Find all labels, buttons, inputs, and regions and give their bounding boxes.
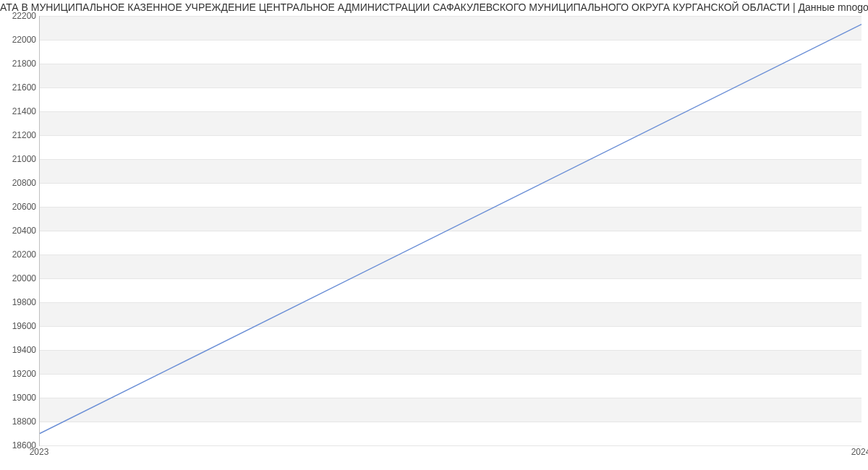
- y-tick-label: 21800: [4, 59, 36, 69]
- y-tick-label: 21400: [4, 106, 36, 116]
- y-tick-label: 22200: [4, 11, 36, 21]
- line-series: [40, 16, 861, 445]
- y-tick-label: 20800: [4, 178, 36, 188]
- y-tick-label: 20400: [4, 226, 36, 236]
- y-tick-label: 19200: [4, 369, 36, 379]
- y-tick-label: 21200: [4, 130, 36, 140]
- y-tick-label: 21000: [4, 154, 36, 164]
- y-tick-label: 20600: [4, 202, 36, 212]
- y-tick-label: 21600: [4, 82, 36, 93]
- y-tick-label: 20000: [4, 273, 36, 283]
- plot-area: [39, 16, 861, 446]
- y-tick-label: 19400: [4, 345, 36, 355]
- chart-title: АТА В МУНИЦИПАЛЬНОЕ КАЗЕННОЕ УЧРЕЖДЕНИЕ …: [0, 1, 868, 13]
- x-tick-label: 2024: [851, 447, 868, 457]
- y-tick-label: 19000: [4, 393, 36, 403]
- y-tick-label: 18800: [4, 416, 36, 427]
- y-tick-label: 19600: [4, 321, 36, 331]
- y-tick-label: 20200: [4, 249, 36, 260]
- y-tick-label: 19800: [4, 297, 36, 307]
- y-tick-label: 22000: [4, 35, 36, 45]
- y-gridline: [40, 445, 861, 446]
- x-tick-label: 2023: [30, 447, 49, 457]
